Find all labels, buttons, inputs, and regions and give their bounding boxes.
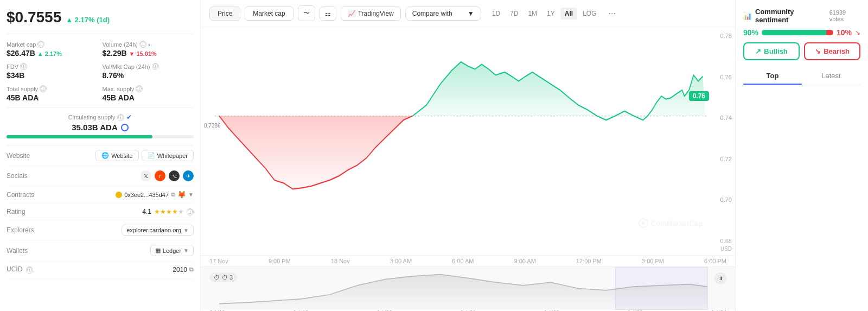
currency-label: USD: [720, 246, 732, 252]
explorers-label: Explorers: [7, 226, 34, 234]
current-price-badge: 0.76: [689, 91, 709, 101]
socials-row: Socials 𝕏 r ⌥ ✈: [7, 166, 194, 186]
ucid-label: UCID ⓘ: [7, 265, 33, 274]
left-panel: $0.7555 ▲ 2.17% (1d) Market cap ⓘ $26.47…: [0, 0, 201, 311]
ucid-info-icon[interactable]: ⓘ: [26, 266, 33, 274]
total-supply-info-icon[interactable]: ⓘ: [40, 85, 47, 92]
wallets-label: Wallets: [7, 247, 28, 255]
price-button[interactable]: Price: [209, 7, 240, 21]
time-buttons: 1D 7D 1M 1Y All LOG: [488, 8, 601, 20]
market-cap-cell: Market cap ⓘ $26.47B ▲ 2.17%: [7, 41, 98, 58]
sentiment-chart-icon: 📊: [743, 12, 752, 20]
website-row: Website 🌐 Website 📄 Whitepaper: [7, 145, 194, 166]
copy-ucid-icon[interactable]: ⧉: [189, 266, 194, 273]
doc-icon: 📄: [148, 152, 155, 159]
volume-info-icon[interactable]: ⓘ: [139, 41, 146, 48]
circulating-info-icon[interactable]: ⓘ: [117, 114, 124, 121]
circulating-label: Circulating supply ⓘ ✔: [7, 113, 194, 121]
more-contracts-icon[interactable]: ▼: [188, 192, 194, 198]
right-panel: 📊 Community sentiment 61939 votes 90% 10…: [735, 0, 868, 311]
max-supply-cell: Max. supply ⓘ 45B ADA: [103, 85, 194, 102]
website-label: Website: [7, 152, 30, 160]
candlestick-icon-button[interactable]: ⚏: [320, 7, 336, 21]
rating-row: Rating 4.1 ★★★★★ ⓘ: [7, 204, 194, 220]
minimap: ⏱ ⏱ 3 ⏸: [201, 266, 735, 310]
wallet-dropdown[interactable]: ▦ Ledger ▼: [150, 245, 194, 256]
bear-arrow-icon: ↘: [855, 29, 860, 36]
tab-latest[interactable]: Latest: [802, 68, 860, 85]
telegram-icon[interactable]: ✈: [183, 170, 194, 181]
x-axis-labels: 17 Nov 9:00 PM 18 Nov 3:00 AM 6:00 AM 9:…: [201, 255, 735, 266]
line-chart-icon-button[interactable]: 〜: [298, 5, 315, 21]
time-7d-button[interactable]: 7D: [506, 8, 522, 20]
metamask-icon[interactable]: 🦊: [177, 191, 186, 199]
explorer-dropdown[interactable]: explorer.cardano.org ▼: [122, 225, 194, 236]
ledger-icon: ▦: [155, 247, 161, 254]
reddit-icon[interactable]: r: [155, 170, 165, 181]
minimap-svg: [201, 267, 735, 310]
volume-link-icon[interactable]: ›: [148, 41, 150, 48]
contracts-row: Contracts 0x3ee2...435d47 ⧉ 🦊 ▼: [7, 186, 194, 204]
market-cap-value: $26.47B ▲ 2.17%: [7, 49, 98, 58]
explorers-value: explorer.cardano.org ▼: [122, 225, 194, 236]
globe-icon: 🌐: [101, 152, 109, 159]
price-row: $0.7555 ▲ 2.17% (1d): [7, 9, 194, 26]
twitter-icon[interactable]: 𝕏: [141, 170, 151, 181]
market-cap-info-icon[interactable]: ⓘ: [37, 41, 44, 48]
bullish-button[interactable]: ↗ Bullish: [743, 42, 800, 60]
chevron-down-icon: ▼: [183, 227, 189, 233]
middle-panel: Price Market cap 〜 ⚏ 📈 TradingView Compa…: [201, 0, 735, 311]
more-options-button[interactable]: ···: [605, 8, 618, 20]
compare-dropdown[interactable]: Compare with ▼: [405, 7, 481, 21]
svg-rect-3: [615, 267, 707, 310]
sentiment-buttons: ↗ Bullish ↘ Bearish: [743, 42, 860, 60]
verified-badge: ✔: [126, 113, 132, 121]
wallets-value: ▦ Ledger ▼: [150, 245, 194, 256]
price-change: ▲ 2.17% (1d): [66, 16, 110, 24]
vol-mkt-value: 8.76%: [103, 71, 194, 80]
fdv-cell: FDV ⓘ $34B: [7, 63, 98, 80]
bull-percent: 90%: [743, 28, 758, 37]
bearish-button[interactable]: ↘ Bearish: [804, 42, 860, 60]
fdv-label: FDV ⓘ: [7, 63, 98, 70]
total-supply-label: Total supply ⓘ: [7, 85, 98, 92]
volume-label: Volume (24h) ⓘ ›: [103, 41, 194, 48]
time-1y-button[interactable]: 1Y: [542, 8, 559, 20]
time-all-button[interactable]: All: [560, 8, 577, 20]
rating-label: Rating: [7, 208, 25, 215]
time-log-button[interactable]: LOG: [578, 8, 601, 20]
contract-value: 0x3ee2...435d47 ⧉ 🦊 ▼: [116, 191, 194, 199]
y-axis-labels: 0.78 0.76 0.74 0.72 0.70 0.68: [720, 33, 732, 244]
time-1m-button[interactable]: 1M: [524, 8, 541, 20]
time-1d-button[interactable]: 1D: [488, 8, 505, 20]
sentiment-tabs: Top Latest: [743, 68, 860, 85]
chevron-down-icon-wallet: ▼: [183, 247, 189, 253]
vol-mkt-info-icon[interactable]: ⓘ: [152, 63, 159, 70]
bear-percent: 10%: [837, 28, 852, 37]
chart-icon: 📈: [348, 10, 356, 17]
main-chart: 0.78 0.76 0.74 0.72 0.70 0.68 0.7386 0.7…: [201, 27, 735, 255]
fdv-value: $34B: [7, 71, 98, 80]
rating-info-icon[interactable]: ⓘ: [187, 208, 194, 215]
sentiment-votes: 61939 votes: [829, 9, 860, 22]
rating-stars: ★★★★★: [154, 208, 184, 215]
contract-dot: [116, 192, 122, 198]
trading-view-button[interactable]: 📈 TradingView: [341, 7, 401, 21]
social-icons: 𝕏 r ⌥ ✈: [141, 170, 194, 181]
pause-button[interactable]: ⏸: [714, 272, 726, 284]
svg-point-1: [642, 221, 645, 225]
contracts-label: Contracts: [7, 191, 34, 199]
sentiment-track: [762, 30, 833, 35]
max-supply-info-icon[interactable]: ⓘ: [136, 85, 143, 92]
market-cap-button[interactable]: Market cap: [245, 7, 293, 21]
whitepaper-button[interactable]: 📄 Whitepaper: [142, 150, 194, 161]
tab-top[interactable]: Top: [743, 68, 802, 85]
total-supply-value: 45B ADA: [7, 93, 98, 102]
fdv-info-icon[interactable]: ⓘ: [20, 63, 27, 70]
total-supply-cell: Total supply ⓘ 45B ADA: [7, 85, 98, 102]
github-icon[interactable]: ⌥: [169, 170, 180, 181]
website-button[interactable]: 🌐 Website: [95, 150, 139, 161]
copy-icon[interactable]: ⧉: [171, 191, 175, 198]
chevron-down-icon-compare: ▼: [468, 10, 474, 17]
clock-badge[interactable]: ⏱ ⏱ 3: [209, 272, 237, 282]
